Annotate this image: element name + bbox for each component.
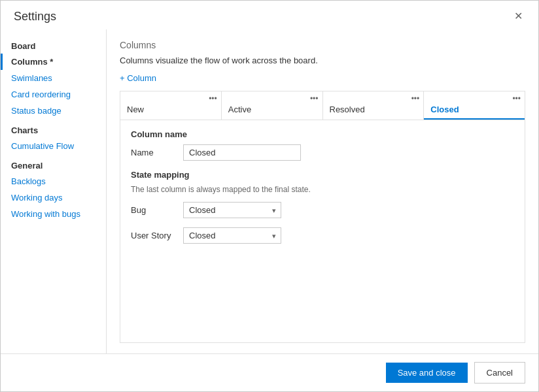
user-story-row: User Story Closed Active Resolved New ▾ [131, 227, 514, 244]
user-story-select-wrapper: Closed Active Resolved New ▾ [183, 227, 281, 244]
user-story-label: User Story [131, 231, 177, 240]
sidebar-item-status-badge[interactable]: Status badge [1, 103, 106, 119]
main-content: Columns Columns visualize the flow of wo… [107, 29, 538, 353]
bug-label: Bug [131, 205, 177, 215]
tab-closed-menu-icon[interactable]: ••• [512, 94, 521, 103]
save-close-button[interactable]: Save and close [386, 363, 468, 383]
tab-closed[interactable]: ••• Closed [424, 91, 525, 120]
dialog-body: Board Columns * Swimlanes Card reorderin… [1, 29, 538, 353]
bug-select-wrapper: Closed Active Resolved New ▾ [183, 202, 281, 218]
name-label: Name [131, 148, 177, 157]
tab-active-menu-icon[interactable]: ••• [310, 94, 319, 103]
tab-active[interactable]: ••• Active [222, 91, 323, 120]
name-row: Name [131, 144, 514, 161]
sidebar-item-swimlanes[interactable]: Swimlanes [1, 70, 106, 86]
sidebar-item-working-with-bugs[interactable]: Working with bugs [1, 206, 106, 222]
tab-new[interactable]: ••• New [120, 91, 222, 120]
sidebar-section-board: Board [1, 35, 106, 54]
dialog-footer: Save and close Cancel [1, 353, 538, 391]
tab-resolved[interactable]: ••• Resolved [323, 91, 425, 120]
column-panel: Column name Name State mapping The last … [120, 120, 525, 342]
tab-new-menu-icon[interactable]: ••• [209, 94, 217, 103]
sidebar-section-general: General [1, 154, 106, 173]
user-story-select[interactable]: Closed Active Resolved New [183, 227, 281, 244]
main-title: Columns [120, 40, 525, 50]
sidebar-section-charts: Charts [1, 119, 106, 138]
columns-description: Columns visualize the flow of work acros… [120, 56, 525, 65]
add-column-button[interactable]: + Column [120, 73, 525, 83]
sidebar-item-working-days[interactable]: Working days [1, 189, 106, 206]
sidebar-item-card-reordering[interactable]: Card reordering [1, 86, 106, 103]
column-name-heading: Column name [131, 129, 514, 139]
cancel-button[interactable]: Cancel [474, 362, 525, 384]
panel-scroll-container: Column name Name State mapping The last … [120, 120, 525, 342]
sidebar-item-backlogs[interactable]: Backlogs [1, 173, 106, 189]
dialog-header: Settings ✕ [1, 1, 538, 29]
columns-area: ••• New ••• Active ••• Resolved ••• Clos… [120, 91, 525, 343]
state-mapping-section: State mapping The last column is always … [131, 170, 514, 244]
close-button[interactable]: ✕ [509, 8, 528, 24]
bug-select[interactable]: Closed Active Resolved New [183, 202, 281, 218]
sidebar-item-columns[interactable]: Columns * [1, 54, 106, 70]
sidebar: Board Columns * Swimlanes Card reorderin… [1, 29, 107, 353]
columns-tabs: ••• New ••• Active ••• Resolved ••• Clos… [120, 91, 525, 120]
sidebar-item-cumulative-flow[interactable]: Cumulative Flow [1, 138, 106, 154]
dialog-title: Settings [14, 10, 56, 24]
state-mapping-heading: State mapping [131, 170, 514, 180]
bug-row: Bug Closed Active Resolved New ▾ [131, 202, 514, 218]
state-mapping-desc: The last column is always mapped to the … [131, 185, 514, 194]
name-input[interactable] [183, 144, 301, 161]
settings-dialog: Settings ✕ Board Columns * Swimlanes Car… [0, 0, 539, 392]
tab-resolved-menu-icon[interactable]: ••• [411, 94, 420, 103]
